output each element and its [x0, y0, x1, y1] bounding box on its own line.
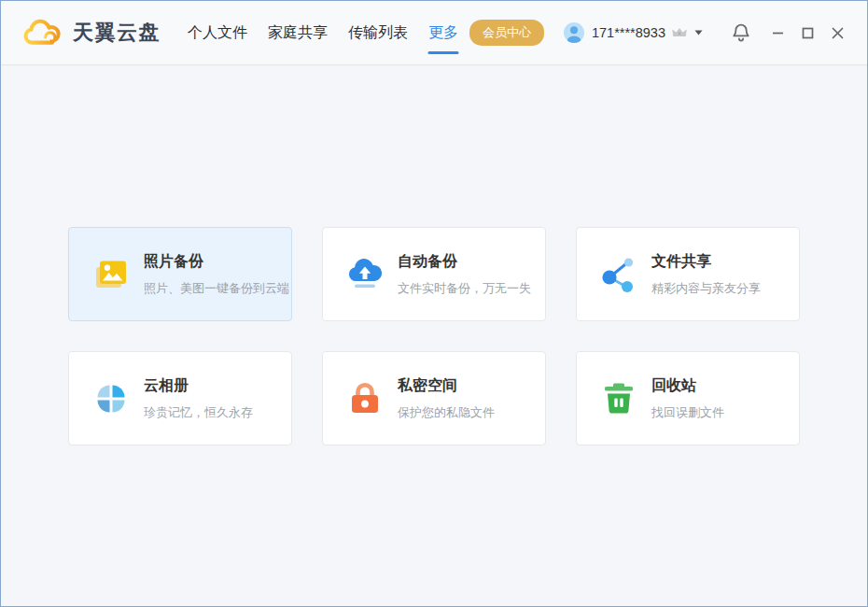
crown-icon [671, 26, 688, 39]
card-subtitle: 找回误删文件 [651, 404, 724, 421]
card-title: 自动备份 [398, 252, 531, 272]
cloud-upload-icon [343, 253, 386, 296]
card-photo-backup[interactable]: 照片备份 照片、美图一键备份到云端 [68, 227, 292, 321]
feature-grid: 照片备份 照片、美图一键备份到云端 自动备份 文件实时备份，万无一失 [68, 227, 800, 445]
header-right: 会员中心 171****8933 [469, 19, 852, 47]
more-panel: 照片备份 照片、美图一键备份到云端 自动备份 文件实时备份，万无一失 [1, 65, 867, 606]
main-nav: 个人文件 家庭共享 传输列表 更多 [177, 1, 469, 64]
cloud-album-icon [90, 377, 133, 420]
card-subtitle: 珍贵记忆，恒久永存 [144, 404, 253, 421]
card-title: 回收站 [651, 376, 724, 396]
maximize-icon[interactable] [792, 19, 822, 47]
private-space-lock-icon [343, 377, 386, 420]
card-file-share[interactable]: 文件共享 精彩内容与亲友分享 [576, 227, 800, 321]
card-text: 回收站 找回误删文件 [651, 376, 724, 421]
card-text: 自动备份 文件实时备份，万无一失 [398, 252, 531, 297]
card-subtitle: 文件实时备份，万无一失 [398, 280, 531, 297]
minimize-icon[interactable] [763, 19, 792, 47]
nav-personal-files[interactable]: 个人文件 [177, 1, 258, 64]
card-subtitle: 精彩内容与亲友分享 [651, 280, 761, 297]
nav-family-share-label: 家庭共享 [268, 23, 328, 43]
card-auto-backup[interactable]: 自动备份 文件实时备份，万无一失 [322, 227, 546, 321]
card-title: 照片备份 [144, 252, 289, 272]
cloud-sync-icon [21, 18, 64, 49]
user-account[interactable]: 171****8933 [563, 21, 703, 44]
photo-backup-icon [90, 253, 133, 296]
nav-family-share[interactable]: 家庭共享 [258, 1, 338, 64]
card-recycle-bin[interactable]: 回收站 找回误删文件 [576, 351, 800, 445]
card-text: 照片备份 照片、美图一键备份到云端 [144, 252, 289, 297]
card-text: 文件共享 精彩内容与亲友分享 [651, 252, 761, 297]
app-title: 天翼云盘 [73, 19, 161, 47]
notification-bell-icon[interactable] [727, 19, 755, 47]
member-center-button[interactable]: 会员中心 [469, 20, 544, 46]
card-text: 私密空间 保护您的私隐文件 [398, 376, 495, 421]
card-title: 文件共享 [651, 252, 761, 272]
recycle-bin-icon [597, 377, 640, 420]
card-private-space[interactable]: 私密空间 保护您的私隐文件 [322, 351, 546, 445]
card-subtitle: 照片、美图一键备份到云端 [144, 280, 289, 297]
card-text: 云相册 珍贵记忆，恒久永存 [144, 376, 253, 421]
card-title: 云相册 [144, 376, 253, 396]
card-subtitle: 保护您的私隐文件 [398, 404, 495, 421]
file-share-icon [597, 253, 640, 296]
user-phone-number: 171****8933 [592, 25, 665, 40]
caret-down-icon [694, 30, 703, 35]
app-logo: 天翼云盘 [21, 18, 161, 49]
nav-transfer-list-label: 传输列表 [348, 23, 408, 43]
nav-transfer-list[interactable]: 传输列表 [338, 1, 418, 64]
nav-more-label: 更多 [428, 23, 458, 43]
window-controls [763, 19, 852, 47]
nav-personal-files-label: 个人文件 [188, 23, 247, 43]
card-title: 私密空间 [398, 376, 495, 396]
user-avatar-icon [563, 21, 585, 44]
title-bar: 天翼云盘 个人文件 家庭共享 传输列表 更多 会员中心 [1, 1, 867, 65]
app-window: 天翼云盘 个人文件 家庭共享 传输列表 更多 会员中心 [0, 0, 868, 607]
close-icon[interactable] [822, 19, 852, 47]
card-cloud-album[interactable]: 云相册 珍贵记忆，恒久永存 [68, 351, 292, 445]
nav-more[interactable]: 更多 [418, 1, 469, 64]
